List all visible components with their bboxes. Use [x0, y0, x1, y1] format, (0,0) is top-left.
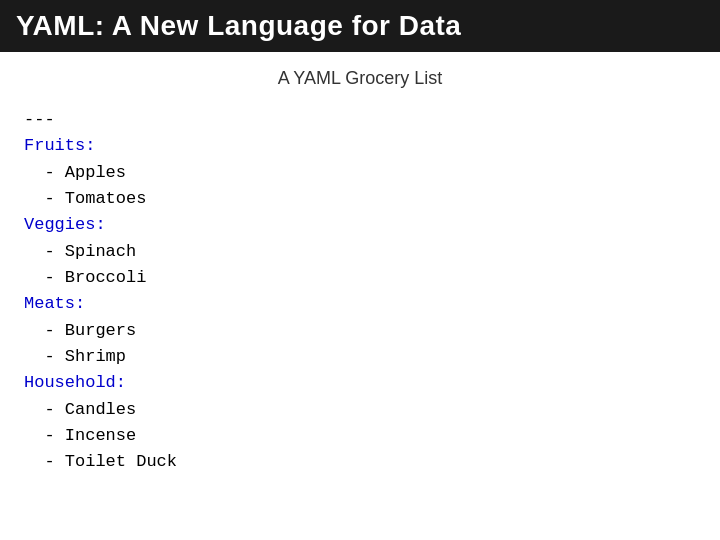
main-content: A YAML Grocery List --- Fruits: - Apples… — [0, 52, 720, 492]
page-header: YAML: A New Language for Data — [0, 0, 720, 52]
yaml-code-block: --- Fruits: - Apples - Tomatoes Veggies:… — [24, 107, 696, 476]
header-title: YAML: A New Language for Data — [16, 10, 461, 41]
subtitle: A YAML Grocery List — [24, 68, 696, 89]
